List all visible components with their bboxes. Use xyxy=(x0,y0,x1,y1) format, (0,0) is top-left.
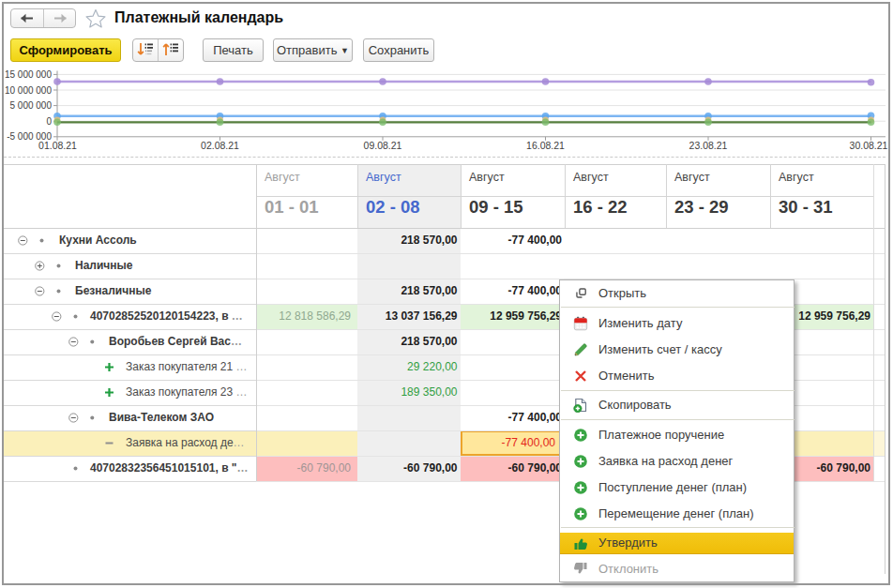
svg-text:01.08.21: 01.08.21 xyxy=(38,140,77,151)
svg-text:09.08.21: 09.08.21 xyxy=(364,140,402,151)
svg-text:5 000 000: 5 000 000 xyxy=(10,100,53,111)
svg-text:16.08.21: 16.08.21 xyxy=(526,140,565,151)
svg-text:15 000 000: 15 000 000 xyxy=(5,69,52,80)
svg-text:23.08.21: 23.08.21 xyxy=(689,140,728,151)
svg-text:30.08.21: 30.08.21 xyxy=(850,140,888,151)
svg-text:02.08.21: 02.08.21 xyxy=(201,140,239,151)
svg-text:10 000 000: 10 000 000 xyxy=(5,85,52,96)
svg-text:0: 0 xyxy=(46,116,52,127)
